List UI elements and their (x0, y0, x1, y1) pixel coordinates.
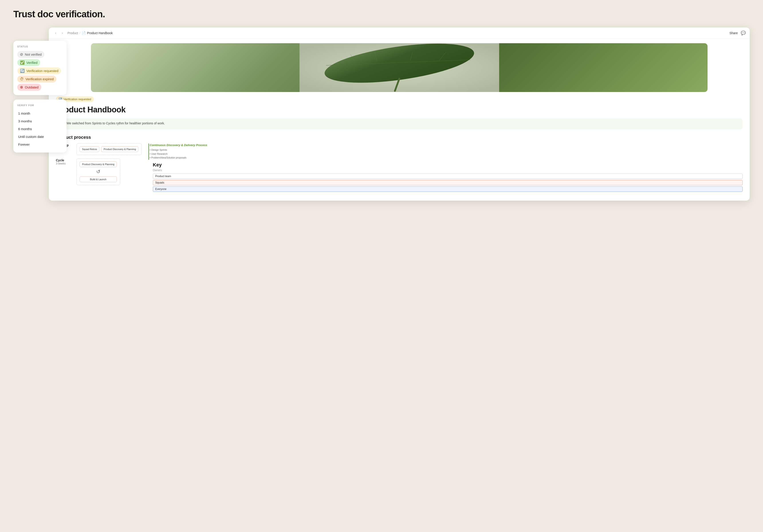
key-section: Key Owners Product team Squads Everyone (153, 162, 743, 192)
owner-everyone: Everyone (153, 186, 743, 192)
main-container: STATUS ⊘ Not verified ✅ Verified 🔄 Verif… (13, 28, 750, 201)
status-panel-label: STATUS (17, 45, 62, 48)
owner-squads: Squads (153, 180, 743, 185)
section-title: Product process (56, 135, 743, 140)
not-verified-icon: ⊘ (20, 52, 23, 56)
breadcrumb-current: 📄 Product Handbook (82, 31, 113, 35)
verification-requested-label: Verification requested (26, 69, 58, 73)
browser-nav: ‹ › (53, 30, 65, 36)
left-panels: STATUS ⊘ Not verified ✅ Verified 🔄 Verif… (13, 41, 66, 152)
cycle-duration: 3 weeks (56, 162, 74, 165)
verify-item-3-months[interactable]: 3 months (17, 118, 62, 125)
not-verified-label: Not verified (25, 52, 42, 56)
comment-icon[interactable]: 💬 (741, 31, 746, 36)
process-diagram: Regroup 1 Week Squad Retros Product Disc… (56, 143, 743, 192)
status-item-verified[interactable]: ✅ Verified (17, 59, 40, 66)
outdated-icon: ⊗ (20, 85, 23, 89)
page-title: Trust doc verification. (13, 9, 750, 20)
verification-requested-icon: 🔄 (20, 69, 25, 73)
bullet-design-sprints: • Design Sprints (150, 148, 207, 152)
green-indicator: Continuous Discovery & Delivery Process … (149, 143, 743, 160)
cycle-name: Cycle (56, 158, 74, 162)
hero-image (91, 43, 708, 92)
verify-for-panel: VERIFY FOR 1 month 3 months 6 months Unt… (13, 100, 66, 152)
share-button[interactable]: Share (729, 31, 738, 35)
update-notice: ♻️ We switched from Sprints to Cycles ry… (56, 118, 743, 130)
owners-label: Owners (153, 169, 743, 172)
regroup-box: Squad Retros Product Discovery & Plannin… (76, 143, 142, 155)
update-text: We switched from Sprints to Cycles rythm… (66, 122, 165, 125)
regroup-stage: Regroup 1 Week Squad Retros Product Disc… (56, 143, 142, 155)
document-content: 🔄 Verification requested Product Handboo… (49, 43, 750, 201)
status-item-outdated[interactable]: ⊗ Outdated (17, 84, 41, 91)
badge-text: Verification requested (63, 98, 91, 101)
continuous-bullets: • Design Sprints • User Research • Probl… (150, 148, 207, 160)
browser-bar: ‹ › Product / 📄 Product Handbook Share 💬 (49, 28, 750, 39)
breadcrumb-current-text: Product Handbook (87, 31, 113, 35)
verification-expired-icon: ⏱ (20, 77, 24, 81)
status-item-verification-expired[interactable]: ⏱ Verification expired (17, 76, 56, 82)
product-discovery-planning-card: Product Discovery & Planning (101, 146, 138, 152)
squad-retros-card: Squad Retros (80, 146, 99, 152)
cycle-stage: Cycle 3 weeks Product Discovery & Planni… (56, 158, 142, 185)
breadcrumb-parent[interactable]: Product (67, 31, 78, 35)
verify-item-6-months[interactable]: 6 months (17, 125, 62, 133)
status-list: ⊘ Not verified ✅ Verified 🔄 Verification… (17, 51, 62, 91)
cycle-cards: Product Discovery & Planning ↺ Build & L… (80, 161, 117, 182)
status-item-verification-requested[interactable]: 🔄 Verification requested (17, 67, 61, 74)
verify-for-label: VERIFY FOR (17, 104, 62, 107)
document-body: 🔄 Verification requested Product Handboo… (49, 96, 750, 192)
document-icon: 📄 (82, 31, 86, 35)
green-line (149, 143, 149, 160)
browser-actions: Share 💬 (729, 31, 746, 36)
build-launch-card: Build & Launch (80, 176, 117, 182)
owner-product-team: Product team (153, 174, 743, 179)
browser-window: ‹ › Product / 📄 Product Handbook Share 💬 (49, 28, 750, 201)
verified-icon: ✅ (20, 61, 25, 64)
cycle-arrow: ↺ (80, 169, 117, 175)
right-section: Continuous Discovery & Delivery Process … (149, 143, 743, 192)
process-stages: Regroup 1 Week Squad Retros Product Disc… (56, 143, 142, 185)
status-panel: STATUS ⊘ Not verified ✅ Verified 🔄 Verif… (13, 41, 66, 95)
cycle-box: Product Discovery & Planning ↺ Build & L… (76, 158, 120, 185)
verify-list: 1 month 3 months 6 months Until custom d… (17, 110, 62, 148)
verify-item-until-custom-date[interactable]: Until custom date (17, 133, 62, 140)
verified-label: Verified (26, 61, 38, 64)
continuous-title: Continuous Discovery & Delivery Process (150, 143, 207, 147)
document-title: Product Handbook (56, 105, 743, 114)
cycle-label: Cycle 3 weeks (56, 158, 74, 165)
bullet-problem-idea: • Problem/Idea/Solution proposals (150, 156, 207, 160)
owner-tags: Product team Squads Everyone (153, 174, 743, 192)
breadcrumb-separator: / (79, 31, 80, 35)
status-item-not-verified[interactable]: ⊘ Not verified (17, 51, 44, 58)
bullet-user-research: • User Research (150, 152, 207, 156)
verify-item-1-month[interactable]: 1 month (17, 110, 62, 117)
key-title: Key (153, 162, 743, 168)
forward-button[interactable]: › (59, 30, 65, 36)
verification-expired-label: Verification expired (26, 77, 54, 81)
verify-item-forever[interactable]: Forever (17, 141, 62, 148)
breadcrumb: Product / 📄 Product Handbook (67, 31, 113, 35)
outdated-label: Outdated (25, 85, 39, 89)
cycle-discovery-card: Product Discovery & Planning (80, 161, 117, 167)
back-button[interactable]: ‹ (53, 30, 58, 36)
continuous-text: Continuous Discovery & Delivery Process … (150, 143, 207, 160)
